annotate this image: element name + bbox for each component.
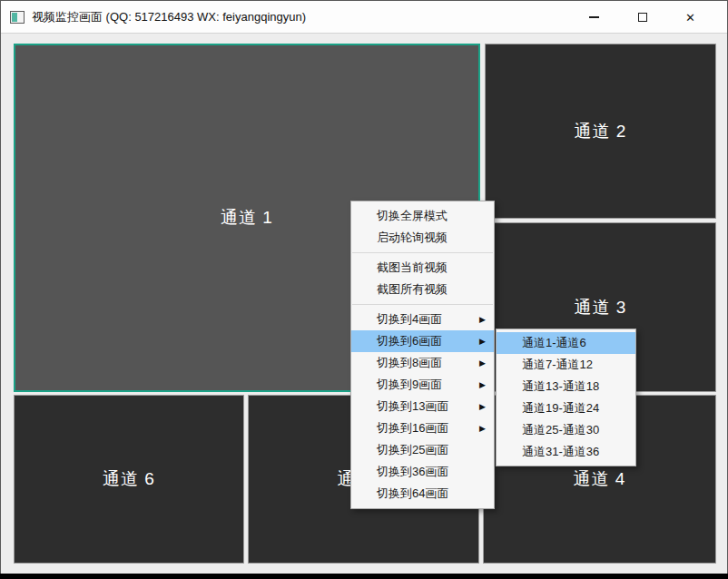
menu-separator (352, 252, 493, 253)
minimize-button[interactable] (570, 1, 618, 34)
window-controls: ✕ (570, 1, 714, 34)
channel-label: 通道 1 (221, 206, 273, 230)
menu-separator (352, 304, 493, 305)
menu-item-toggle-fullscreen[interactable]: 切换全屏模式 (351, 205, 494, 227)
menu-item-switch-to-9-screens[interactable]: 切换到9画面▶ (351, 374, 494, 396)
app-window: 视频监控画面 (QQ: 517216493 WX: feiyangqingyun… (0, 0, 728, 574)
menu-item-switch-to-16-screens[interactable]: 切换到16画面▶ (351, 417, 494, 439)
submenu-arrow-icon: ▶ (479, 338, 486, 346)
menu-item-label: 切换到64画面 (377, 486, 448, 502)
context-menu: 切换全屏模式启动轮询视频截图当前视频截图所有视频切换到4画面▶切换到6画面▶切换… (350, 201, 495, 509)
menu-item-label: 启动轮询视频 (377, 230, 448, 246)
menu-item-label: 切换到8画面 (377, 355, 442, 371)
menu-item-channels-7-12[interactable]: 通道7-通道12 (497, 354, 635, 376)
submenu-arrow-icon: ▶ (479, 359, 486, 368)
context-submenu: 通道1-通道6通道7-通道12通道13-通道18通道19-通道24通道25-通道… (496, 329, 636, 466)
menu-item-switch-to-64-screens[interactable]: 切换到64画面 (351, 483, 494, 505)
menu-item-start-polling-video[interactable]: 启动轮询视频 (351, 227, 494, 249)
menu-item-snapshot-all-videos[interactable]: 截图所有视频 (351, 279, 494, 300)
window-title: 视频监控画面 (QQ: 517216493 WX: feiyangqingyun… (32, 9, 306, 25)
close-button[interactable]: ✕ (666, 1, 714, 34)
channel-panel-6[interactable]: 通道 6 (14, 395, 244, 564)
menu-item-label: 通道31-通道36 (522, 444, 599, 460)
menu-item-label: 切换到16画面 (377, 420, 448, 437)
menu-item-label: 切换到36画面 (377, 464, 448, 480)
submenu-arrow-icon: ▶ (479, 425, 486, 433)
menu-item-label: 切换全屏模式 (377, 208, 448, 224)
channel-label: 通道 3 (575, 296, 627, 319)
menu-item-label: 通道1-通道6 (522, 335, 586, 351)
minimize-icon (589, 16, 599, 18)
menu-item-label: 切换到13画面 (377, 398, 448, 415)
menu-item-switch-to-13-screens[interactable]: 切换到13画面▶ (351, 396, 494, 417)
menu-item-label: 截图所有视频 (377, 281, 448, 298)
channel-label: 通道 2 (575, 120, 627, 143)
menu-item-channels-31-36[interactable]: 通道31-通道36 (497, 441, 635, 463)
menu-item-label: 切换到6画面 (377, 333, 442, 349)
app-icon (10, 11, 25, 24)
menu-item-channels-25-30[interactable]: 通道25-通道30 (497, 419, 635, 441)
menu-item-switch-to-36-screens[interactable]: 切换到36画面 (351, 461, 494, 483)
menu-item-label: 通道19-通道24 (522, 400, 599, 417)
submenu-arrow-icon: ▶ (479, 316, 486, 324)
menu-item-label: 切换到9画面 (377, 377, 442, 393)
menu-item-label: 通道13-通道18 (522, 378, 599, 395)
menu-item-switch-to-6-screens[interactable]: 切换到6画面▶ (351, 330, 494, 352)
menu-item-label: 通道25-通道30 (522, 422, 599, 438)
channel-label: 通道 4 (574, 467, 626, 491)
menu-item-channels-13-18[interactable]: 通道13-通道18 (497, 376, 635, 397)
menu-item-switch-to-4-screens[interactable]: 切换到4画面▶ (351, 309, 494, 330)
close-icon: ✕ (685, 12, 695, 24)
submenu-arrow-icon: ▶ (479, 381, 486, 389)
submenu-arrow-icon: ▶ (479, 403, 486, 411)
desktop: { "window": { "title": "视频监控画面 (QQ: 5172… (0, 0, 728, 579)
menu-item-channels-1-6[interactable]: 通道1-通道6 (497, 332, 635, 354)
channel-panel-2[interactable]: 通道 2 (485, 44, 716, 219)
menu-item-label: 通道7-通道12 (522, 357, 593, 373)
menu-item-label: 截图当前视频 (377, 260, 448, 276)
menu-item-snapshot-current-video[interactable]: 截图当前视频 (351, 257, 494, 279)
maximize-icon (638, 13, 647, 22)
titlebar: 视频监控画面 (QQ: 517216493 WX: feiyangqingyun… (1, 1, 727, 34)
menu-item-channels-19-24[interactable]: 通道19-通道24 (497, 397, 635, 419)
menu-item-switch-to-25-screens[interactable]: 切换到25画面 (351, 439, 494, 461)
menu-item-label: 切换到25画面 (377, 442, 448, 458)
channel-label: 通道 6 (103, 467, 155, 491)
maximize-button[interactable] (618, 1, 666, 34)
menu-item-switch-to-8-screens[interactable]: 切换到8画面▶ (351, 352, 494, 374)
menu-item-label: 切换到4画面 (377, 311, 442, 328)
